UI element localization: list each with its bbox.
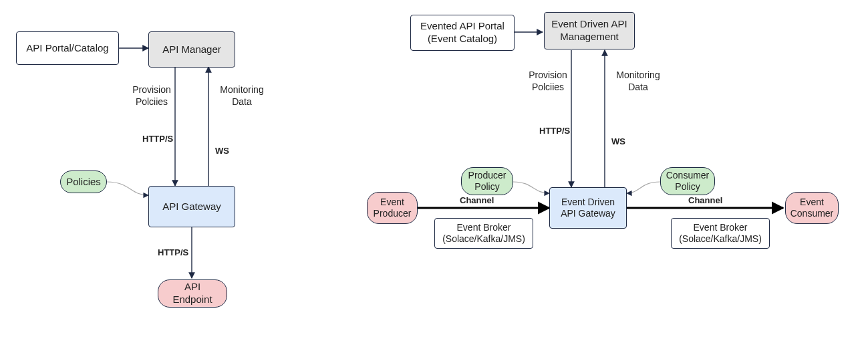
event-manager-box: Event Driven API Management bbox=[544, 12, 635, 49]
https-label-left2: HTTP/S bbox=[158, 247, 188, 258]
https-label-right: HTTP/S bbox=[539, 126, 570, 136]
event-broker-box-1: Event Broker (Solace/Kafka/JMS) bbox=[434, 218, 533, 249]
event-producer-pill: Event Producer bbox=[367, 192, 418, 224]
monitoring-label-right: Monitoring Data bbox=[611, 70, 665, 93]
api-endpoint-pill: API Endpoint bbox=[158, 279, 227, 308]
channel-label-2: Channel bbox=[688, 195, 722, 206]
provision-label-right: Provision Polciies bbox=[525, 70, 571, 93]
consumer-policy-pill: Consumer Policy bbox=[660, 167, 715, 195]
api-gateway-box: API Gateway bbox=[148, 186, 235, 227]
event-consumer-pill: Event Consumer bbox=[785, 192, 839, 224]
ws-label-left: WS bbox=[215, 146, 229, 156]
monitoring-label-left: Monitoring Data bbox=[215, 84, 269, 108]
ws-label-right: WS bbox=[611, 136, 625, 147]
connector-layer bbox=[0, 0, 868, 345]
api-portal-box: API Portal/Catalog bbox=[16, 31, 119, 65]
event-gateway-box: Event Driven API Gateway bbox=[549, 187, 627, 229]
https-label-left1: HTTP/S bbox=[142, 134, 173, 144]
api-manager-box: API Manager bbox=[148, 31, 235, 68]
event-broker-box-2: Event Broker (Solace/Kafka/JMS) bbox=[671, 218, 770, 249]
evented-portal-box: Evented API Portal (Event Catalog) bbox=[410, 15, 515, 51]
producer-policy-pill: Producer Policy bbox=[461, 167, 513, 195]
provision-label-left: Provision Polciies bbox=[128, 84, 175, 108]
channel-label-1: Channel bbox=[460, 195, 494, 206]
policies-pill: Policies bbox=[60, 170, 107, 193]
